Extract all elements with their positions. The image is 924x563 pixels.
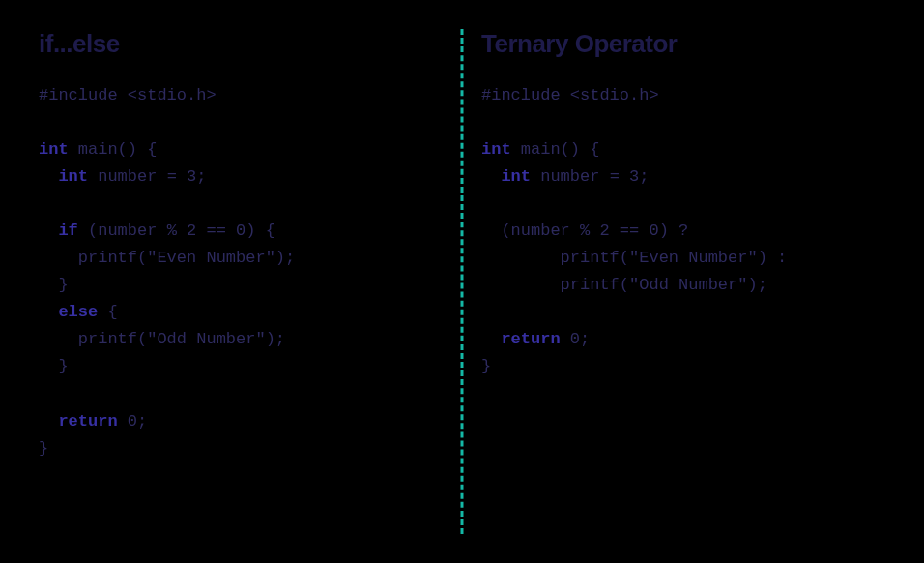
ternary-panel: Ternary Operator #include <stdio.h> int …	[443, 29, 885, 534]
code-indent	[481, 167, 501, 186]
code-text: main() {	[69, 140, 158, 159]
ternary-heading: Ternary Operator	[481, 29, 866, 59]
vertical-divider	[461, 29, 464, 534]
keyword-return: return	[501, 330, 560, 348]
keyword-return: return	[58, 412, 117, 430]
code-line: printf("Even Number") :	[481, 249, 787, 267]
code-text: (number % 2 == 0) {	[78, 222, 275, 240]
code-text: number = 3;	[88, 167, 206, 186]
code-indent	[39, 303, 58, 321]
keyword-int: int	[481, 140, 511, 159]
code-text: 0;	[561, 330, 591, 348]
code-line: }	[39, 276, 69, 294]
code-line: printf("Odd Number");	[39, 330, 285, 348]
keyword-else: else	[58, 303, 98, 321]
code-line: printf("Even Number");	[39, 249, 295, 267]
keyword-int: int	[39, 140, 69, 159]
keyword-int: int	[501, 167, 531, 186]
code-text: {	[98, 303, 117, 321]
code-text: 0;	[118, 412, 148, 430]
code-line: printf("Odd Number");	[481, 276, 767, 294]
code-indent	[39, 412, 58, 430]
code-line: }	[481, 357, 491, 375]
code-text: main() {	[511, 140, 600, 159]
code-line: }	[39, 357, 69, 375]
if-else-heading: if...else	[39, 29, 423, 59]
code-line: #include <stdio.h>	[39, 86, 217, 104]
if-else-code: #include <stdio.h> int main() { int numb…	[39, 82, 423, 462]
ternary-code: #include <stdio.h> int main() { int numb…	[481, 82, 866, 381]
code-indent	[39, 167, 58, 186]
code-text: number = 3;	[531, 167, 649, 186]
code-indent	[481, 330, 501, 348]
keyword-if: if	[58, 222, 77, 240]
code-line: }	[39, 439, 48, 458]
keyword-int: int	[58, 167, 88, 186]
comparison-container: if...else #include <stdio.h> int main() …	[0, 0, 924, 563]
code-line: #include <stdio.h>	[481, 86, 659, 104]
code-indent	[39, 222, 58, 240]
if-else-panel: if...else #include <stdio.h> int main() …	[39, 29, 443, 534]
code-line: (number % 2 == 0) ?	[481, 222, 688, 240]
